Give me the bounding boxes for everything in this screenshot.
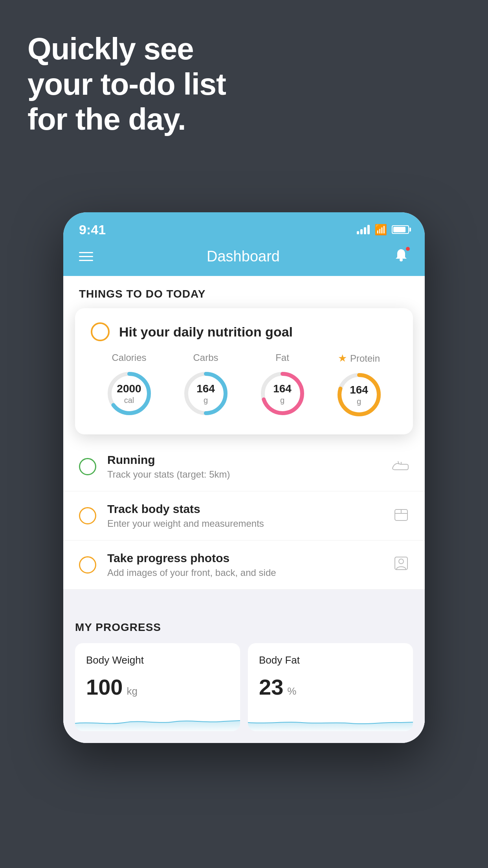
calories-label: Calories bbox=[112, 352, 146, 363]
body-fat-value: 23 bbox=[259, 674, 283, 700]
task-bodystats-text: Track body stats Enter your weight and m… bbox=[107, 502, 382, 529]
calories-metric: Calories 2000 cal bbox=[104, 352, 155, 419]
body-fat-chart bbox=[248, 708, 413, 731]
hero-text: Quickly see your to-do list for the day. bbox=[28, 31, 226, 137]
app-header: Dashboard bbox=[63, 240, 425, 276]
progress-section: MY PROGRESS Body Weight 100 kg bbox=[63, 605, 425, 743]
menu-button[interactable] bbox=[79, 252, 93, 261]
status-time: 9:41 bbox=[79, 222, 106, 237]
task-running-checkbox[interactable] bbox=[79, 458, 96, 475]
app-content: THINGS TO DO TODAY Hit your daily nutrit… bbox=[63, 276, 425, 743]
calories-donut: 2000 cal bbox=[104, 368, 155, 419]
task-list: Running Track your stats (target: 5km) T… bbox=[63, 442, 425, 590]
protein-donut: 164 g bbox=[334, 369, 385, 420]
notification-button[interactable] bbox=[393, 248, 409, 265]
task-photos-text: Take progress photos Add images of your … bbox=[107, 552, 382, 578]
phone-mockup: 9:41 📶 Dashboard bbox=[63, 212, 425, 743]
task-progress-photos[interactable]: Take progress photos Add images of your … bbox=[63, 541, 425, 590]
carbs-donut: 164 g bbox=[180, 368, 231, 419]
wifi-icon: 📶 bbox=[374, 224, 387, 236]
status-icons: 📶 bbox=[357, 224, 409, 236]
body-weight-chart bbox=[75, 708, 240, 731]
task-photos-desc: Add images of your front, back, and side bbox=[107, 567, 382, 578]
task-bodystats-checkbox[interactable] bbox=[79, 507, 96, 524]
star-icon: ★ bbox=[338, 352, 347, 364]
carbs-label: Carbs bbox=[193, 352, 218, 363]
shoe-icon bbox=[392, 459, 409, 474]
carbs-metric: Carbs 164 g bbox=[180, 352, 231, 419]
task-bodystats-name: Track body stats bbox=[107, 502, 382, 516]
svg-point-13 bbox=[399, 559, 404, 564]
task-running-name: Running bbox=[107, 453, 381, 467]
signal-icon bbox=[357, 225, 370, 234]
body-weight-title: Body Weight bbox=[86, 654, 229, 666]
status-bar: 9:41 📶 bbox=[63, 212, 425, 240]
protein-label: ★ Protein bbox=[338, 352, 380, 364]
body-fat-unit: % bbox=[287, 685, 296, 697]
nutrition-card-header: Hit your daily nutrition goal bbox=[91, 322, 397, 341]
body-fat-card[interactable]: Body Fat 23 % bbox=[248, 643, 413, 731]
body-weight-value-row: 100 kg bbox=[86, 674, 229, 700]
things-header: THINGS TO DO TODAY bbox=[63, 276, 425, 308]
task-running-desc: Track your stats (target: 5km) bbox=[107, 469, 381, 480]
nutrition-card-title: Hit your daily nutrition goal bbox=[119, 324, 293, 340]
progress-cards: Body Weight 100 kg bbox=[75, 643, 413, 731]
body-weight-value: 100 bbox=[86, 674, 123, 700]
person-icon bbox=[393, 555, 409, 574]
body-weight-unit: kg bbox=[127, 685, 137, 697]
nutrition-metrics: Calories 2000 cal bbox=[91, 352, 397, 420]
fat-label: Fat bbox=[275, 352, 289, 363]
task-running[interactable]: Running Track your stats (target: 5km) bbox=[63, 442, 425, 491]
body-fat-title: Body Fat bbox=[259, 654, 402, 666]
header-title: Dashboard bbox=[207, 248, 280, 265]
protein-metric: ★ Protein 164 g bbox=[334, 352, 385, 420]
body-fat-value-row: 23 % bbox=[259, 674, 402, 700]
battery-icon bbox=[392, 225, 409, 234]
task-body-stats[interactable]: Track body stats Enter your weight and m… bbox=[63, 491, 425, 541]
task-running-text: Running Track your stats (target: 5km) bbox=[107, 453, 381, 480]
fat-donut: 164 g bbox=[257, 368, 308, 419]
nutrition-card: Hit your daily nutrition goal Calories 2 bbox=[75, 308, 413, 434]
task-checkbox[interactable] bbox=[91, 322, 110, 341]
task-bodystats-desc: Enter your weight and measurements bbox=[107, 518, 382, 529]
scale-icon bbox=[393, 506, 409, 525]
body-weight-card[interactable]: Body Weight 100 kg bbox=[75, 643, 240, 731]
task-photos-name: Take progress photos bbox=[107, 552, 382, 565]
things-title: THINGS TO DO TODAY bbox=[79, 288, 409, 308]
task-photos-checkbox[interactable] bbox=[79, 556, 96, 574]
svg-point-0 bbox=[400, 258, 403, 261]
notification-dot bbox=[405, 246, 411, 252]
fat-metric: Fat 164 g bbox=[257, 352, 308, 419]
progress-title: MY PROGRESS bbox=[75, 621, 413, 634]
